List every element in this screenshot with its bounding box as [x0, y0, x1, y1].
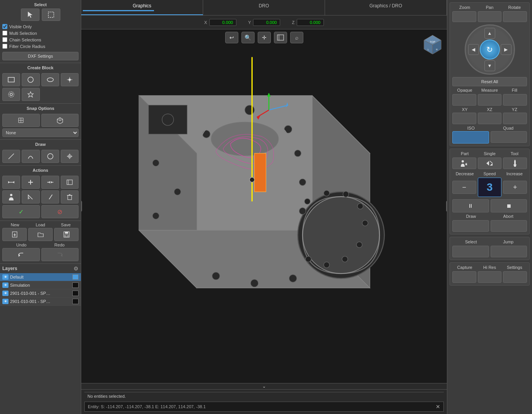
tab-graphics[interactable]: Graphics — [81, 0, 203, 15]
filter-circle-checkbox[interactable] — [2, 44, 7, 49]
omf-btns — [452, 94, 527, 106]
layer-eye-1[interactable]: 👁 — [2, 282, 9, 288]
layer-item-2[interactable]: 👁 2901-010-001 - SP… — [0, 289, 81, 298]
visible-only-checkbox[interactable] — [2, 24, 7, 29]
part-btn[interactable] — [452, 157, 476, 169]
select-section: Select Visible Only Multi Selection Chai… — [0, 0, 81, 63]
layer-color-3[interactable] — [72, 299, 79, 304]
layer-item-1[interactable]: 👁 Simulation — [0, 281, 81, 289]
speed-decrease-btn[interactable]: − — [452, 181, 476, 194]
tab-dro[interactable]: DRO — [203, 0, 325, 15]
pause-btn[interactable]: ⏸ — [452, 199, 489, 212]
layer-item-0[interactable]: 👁 Default — [0, 273, 81, 281]
action-plus-btn[interactable] — [22, 176, 39, 189]
layer-eye-3[interactable]: 👁 — [2, 299, 9, 304]
zoom-btn[interactable] — [452, 11, 476, 22]
load-btn[interactable] — [28, 228, 53, 241]
layer-eye-0[interactable]: 👁 — [2, 274, 9, 280]
view-btns-labels: XY XZ YZ — [452, 107, 527, 112]
draw-line-btn[interactable] — [2, 150, 20, 163]
single-btn[interactable] — [478, 157, 502, 169]
select-rect-btn[interactable] — [42, 9, 60, 21]
action-trash-btn[interactable] — [61, 190, 79, 204]
tab-graphics-dro[interactable]: Graphics / DRO — [325, 0, 447, 15]
save-btn[interactable] — [54, 228, 79, 241]
tool-label: Tool — [502, 151, 527, 156]
opaque-btn[interactable] — [452, 94, 476, 106]
vp-search-btn[interactable]: ⌕ — [290, 32, 303, 43]
reset-all-btn[interactable]: Reset All — [452, 77, 527, 86]
action-shear-btn[interactable] — [41, 190, 59, 204]
draw-btn[interactable] — [452, 220, 489, 232]
select-right-btn[interactable] — [452, 246, 489, 257]
tool-btn-sim[interactable] — [503, 157, 527, 169]
yz-btn[interactable] — [503, 113, 527, 124]
close-entity-btn[interactable]: ✕ — [436, 404, 440, 410]
pan-btn[interactable] — [478, 11, 502, 22]
action-split-btn[interactable] — [41, 176, 59, 189]
iso-btn[interactable] — [452, 131, 489, 144]
nav-down-btn[interactable]: ▼ — [484, 60, 495, 71]
redo-btn[interactable] — [41, 248, 79, 261]
snap-grid-btn[interactable] — [2, 114, 40, 127]
snap-dropdown[interactable]: None — [2, 128, 79, 137]
layer-color-1[interactable] — [72, 282, 79, 288]
action-rect-btn[interactable] — [61, 176, 79, 189]
rotate-btn[interactable] — [503, 11, 527, 22]
collapse-right-btn[interactable]: ▶ — [446, 201, 447, 212]
star-tool-btn[interactable] — [22, 88, 39, 101]
collapse-left-btn[interactable]: ◀ — [81, 201, 82, 212]
vp-undo-btn[interactable]: ↩ — [225, 32, 238, 43]
layer-eye-2[interactable]: 👁 — [2, 291, 9, 296]
jump-btn[interactable] — [491, 246, 527, 257]
xy-btn[interactable] — [452, 113, 476, 124]
nav-circle: ▲ ▼ ◀ ▶ ↻ — [465, 24, 515, 75]
quad-btn[interactable] — [491, 131, 527, 143]
action-ban-btn[interactable]: ⊘ — [41, 205, 79, 218]
settings-btn[interactable] — [503, 271, 527, 283]
bottom-expand-btn[interactable]: ⌄ — [81, 383, 447, 389]
draw-crosshair-btn[interactable] — [61, 150, 79, 163]
vp-pan-btn[interactable]: ✛ — [258, 32, 271, 43]
nav-right-btn[interactable]: ▶ — [501, 44, 511, 55]
undo-btn[interactable] — [2, 248, 40, 261]
nav-cube[interactable]: TOP L R — [422, 33, 443, 54]
vp-frame-btn[interactable] — [274, 32, 287, 43]
draw-arc-btn[interactable] — [22, 150, 39, 163]
action-arrows-btn[interactable] — [2, 176, 20, 189]
gear-tool-btn[interactable] — [2, 88, 20, 101]
vp-zoom-btn[interactable]: 🔍 — [241, 32, 255, 43]
stop-btn[interactable]: ⏹ — [491, 199, 527, 212]
viewport[interactable]: ↩ 🔍 ✛ ⌕ — [81, 29, 447, 383]
circle-tool-btn[interactable] — [22, 73, 39, 86]
point-tool-btn[interactable] — [61, 73, 79, 86]
abort-btn[interactable] — [491, 220, 527, 232]
snap-cube-btn[interactable] — [41, 114, 79, 127]
nav-left-btn[interactable]: ◀ — [468, 44, 479, 55]
dxf-settings-btn[interactable]: DXF Settings — [2, 52, 79, 60]
layer-color-0[interactable] — [72, 274, 79, 280]
draw-circle-btn[interactable] — [41, 150, 59, 163]
layer-name-1: Simulation — [10, 283, 71, 287]
rect-tool-btn[interactable] — [2, 73, 20, 86]
action-person-btn[interactable] — [2, 190, 20, 204]
measure-btn[interactable] — [478, 94, 502, 106]
action-check-btn[interactable]: ✓ — [2, 205, 40, 218]
new-btn[interactable] — [2, 228, 27, 241]
fill-btn[interactable] — [503, 94, 527, 106]
nav-center-btn[interactable]: ↻ — [480, 39, 500, 60]
chain-selections-checkbox[interactable] — [2, 37, 7, 42]
layer-item-3[interactable]: 👁 2901-010-001 - SP… — [0, 298, 81, 306]
svg-point-62 — [245, 105, 255, 115]
multi-selection-checkbox[interactable] — [2, 31, 7, 36]
action-angle-btn[interactable] — [22, 190, 39, 204]
speed-increase-btn[interactable]: + — [503, 181, 527, 194]
layers-gear-icon[interactable]: ⚙ — [74, 265, 79, 272]
hires-btn[interactable] — [478, 271, 502, 283]
ellipse-tool-btn[interactable] — [41, 73, 59, 86]
layer-color-2[interactable] — [72, 291, 79, 296]
nav-up-btn[interactable]: ▲ — [484, 28, 495, 39]
select-arrow-btn[interactable] — [21, 9, 39, 21]
xz-btn[interactable] — [478, 113, 502, 124]
capture-btn[interactable] — [452, 271, 476, 283]
